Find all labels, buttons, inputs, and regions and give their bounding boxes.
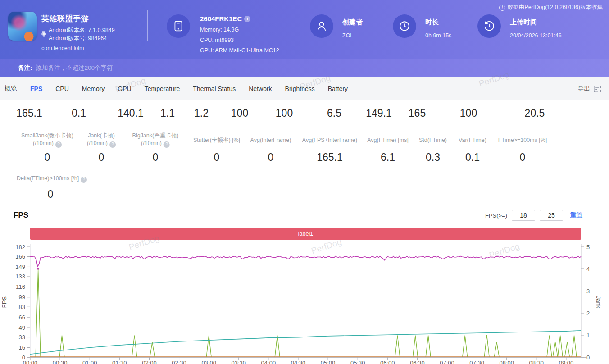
fps-filter-label: FPS(>=): [485, 212, 507, 219]
svg-text:07:30: 07:30: [469, 359, 484, 364]
collect-version-note: i 数据由PerfDog(12.0.260136)版本收集: [499, 4, 603, 11]
stat-value: 0.3: [426, 151, 440, 164]
tab-battery[interactable]: Battery: [328, 85, 348, 92]
fps-threshold-input-2[interactable]: [540, 210, 563, 221]
stat-value: 6.1: [381, 151, 395, 164]
svg-text:05:00: 05:00: [321, 359, 336, 364]
svg-text:03:00: 03:00: [201, 359, 216, 364]
stat-value: 0: [268, 151, 274, 164]
device-gpu: GPU: ARM Mali-G1-Ultra MC12: [200, 47, 279, 54]
person-icon: [316, 20, 327, 32]
tab-fps[interactable]: FPS: [30, 85, 42, 92]
tab-gpu[interactable]: GPU: [118, 85, 131, 92]
stat-value: 100: [460, 107, 477, 119]
stat-label: Avg(FTime) [ms]: [367, 136, 409, 144]
svg-text:5: 5: [586, 244, 590, 250]
stat-value: 0.1: [72, 107, 86, 119]
note-placeholder: 添加备注，不超过200个字符: [36, 64, 113, 72]
help-icon[interactable]: ?: [109, 141, 116, 148]
svg-text:1: 1: [586, 332, 590, 339]
reset-button[interactable]: 重置: [570, 211, 583, 219]
stat-value: 100: [231, 107, 248, 119]
stat-value: 0: [45, 151, 50, 164]
tab-memory[interactable]: Memory: [82, 85, 105, 92]
svg-text:133: 133: [15, 273, 25, 280]
clock-icon: [399, 20, 410, 32]
svg-text:116: 116: [16, 283, 25, 290]
export-button[interactable]: 导出: [578, 77, 602, 100]
tab-bar: 概览 FPS CPU Memory GPU Temperature Therma…: [0, 77, 609, 100]
device-name: 2604FRK1ECi: [200, 15, 279, 23]
stat-label: Jank(卡顿) (/10min)?: [87, 132, 116, 148]
history-clock-icon: [483, 20, 495, 32]
duration-icon-circle: [393, 14, 416, 38]
duration-value: 0h 9m 15s: [425, 32, 451, 39]
tab-network[interactable]: Network: [249, 85, 272, 92]
help-icon[interactable]: ?: [55, 141, 62, 148]
svg-text:182: 182: [15, 244, 25, 250]
svg-text:06:30: 06:30: [410, 359, 425, 364]
svg-text:166: 166: [15, 253, 25, 260]
svg-text:01:00: 01:00: [82, 359, 97, 364]
phone-icon: [173, 20, 184, 32]
app-title: 英雄联盟手游: [41, 14, 115, 24]
stat-label: BigJank(严重卡顿) (/10min)?: [132, 132, 179, 148]
device-memory: Memory: 14.9G: [200, 27, 279, 33]
android-icon: [41, 31, 46, 37]
fps-chart: 016334966839911613314916618201234500:000…: [0, 243, 609, 364]
header-divider: [147, 10, 148, 41]
svg-text:Jank: Jank: [595, 296, 602, 309]
help-icon[interactable]: ?: [81, 177, 87, 183]
creator-icon-circle: [310, 14, 333, 38]
note-input-bar[interactable]: 备注: 添加备注，不超过200个字符: [0, 59, 609, 77]
creator-label: 创建者: [342, 18, 363, 27]
collect-version-text: 数据由PerfDog(12.0.260136)版本收集: [508, 4, 603, 11]
upload-icon-circle: [477, 14, 501, 38]
duration-label: 时长: [425, 18, 451, 27]
tab-brightness[interactable]: Brightness: [285, 85, 315, 92]
tab-cpu[interactable]: CPU: [55, 85, 69, 92]
help-icon[interactable]: ?: [164, 141, 170, 148]
svg-text:08:30: 08:30: [529, 359, 544, 364]
svg-text:05:30: 05:30: [350, 359, 365, 364]
stat-value: 0: [214, 151, 220, 164]
svg-text:00:00: 00:00: [23, 359, 38, 364]
svg-text:4: 4: [586, 266, 590, 273]
stat-label: Std(FTime): [419, 136, 447, 144]
tab-thermal-status[interactable]: Thermal Status: [193, 85, 236, 92]
stat-value: 1.2: [194, 107, 209, 119]
export-label: 导出: [578, 85, 590, 93]
svg-text:04:00: 04:00: [261, 359, 276, 364]
upload-label: 上传时间: [510, 18, 562, 27]
fps-threshold-input-1[interactable]: [512, 210, 535, 221]
device-info-icon[interactable]: i: [244, 16, 250, 22]
tab-overview[interactable]: 概览: [5, 85, 17, 93]
stat-value: 1.1: [160, 107, 175, 119]
stat-value: 0: [48, 188, 54, 200]
stat-value: 0.1: [465, 151, 480, 164]
svg-text:3: 3: [586, 288, 590, 295]
svg-text:FPS: FPS: [1, 296, 8, 308]
stat-value: 0: [520, 151, 526, 164]
stat-value: 165.1: [317, 151, 343, 164]
stat-label: Stutter(卡顿率) [%]: [193, 136, 240, 144]
fps-filter-controls: FPS(>=) 重置: [485, 210, 583, 221]
chart-label-banner: label1: [30, 228, 581, 240]
stat-value: 165.1: [16, 107, 42, 119]
stat-label: Avg(InterFrame): [250, 136, 291, 144]
svg-text:33: 33: [19, 334, 25, 341]
stat-label: FTime>=100ms [%]: [498, 136, 547, 144]
report-header: i 数据由PerfDog(12.0.260136)版本收集 英雄联盟手游 And…: [0, 0, 609, 59]
stat-value: 0: [99, 151, 105, 164]
svg-text:08:00: 08:00: [499, 359, 514, 364]
tab-temperature[interactable]: Temperature: [145, 85, 180, 92]
svg-text:01:30: 01:30: [112, 359, 127, 364]
svg-text:09:00: 09:00: [559, 359, 574, 364]
svg-text:06:00: 06:00: [380, 359, 395, 364]
upload-value: 20/04/2026 13:01:46: [510, 32, 562, 39]
svg-text:04:30: 04:30: [291, 359, 306, 364]
svg-text:00:30: 00:30: [53, 359, 68, 364]
device-icon-circle: [167, 14, 190, 38]
stat-label: Var(FTime): [459, 136, 486, 144]
svg-text:16: 16: [19, 344, 25, 351]
